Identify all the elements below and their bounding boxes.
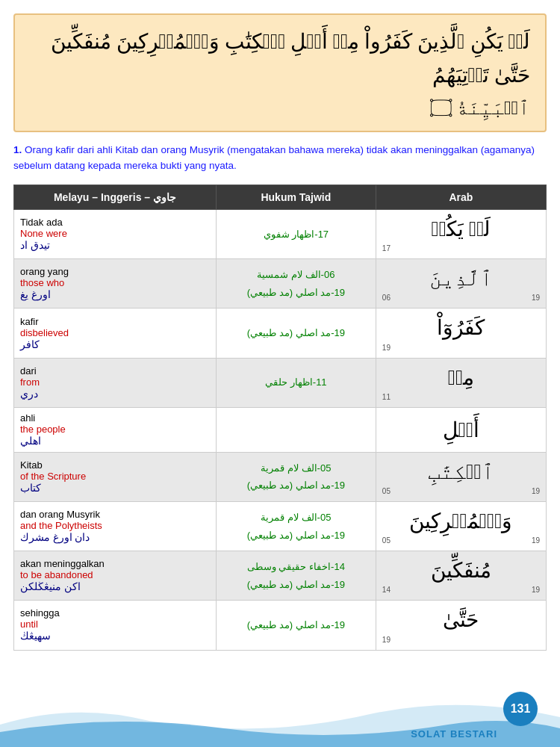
arab-num-top: 19 (532, 536, 540, 546)
word-malay: orang yang (20, 266, 69, 277)
cell-malay-5: Kitab of the Scripture كتاب (14, 452, 217, 501)
arabic-word: لَمۡ يَكُنۡ (382, 214, 540, 244)
word-english: those who (20, 277, 64, 288)
arabic-word: ٱلۡكِتَٰبِ (382, 457, 540, 486)
col-header-malay: Melayu – Inggeris – جاوي (14, 185, 217, 210)
cell-arab-7: مُنفَكِّينَ1419 (376, 551, 546, 601)
word-english: until (20, 619, 38, 630)
arab-num-top: 19 (382, 343, 391, 353)
cell-arab-5: ٱلۡكِتَٰبِ0519 (376, 452, 546, 501)
table-row: dan orang Musyrik and the Polytheists دا… (14, 501, 547, 551)
arab-num-top: 11 (382, 392, 391, 403)
arabic-word: حَتَّىٰ (382, 605, 540, 634)
cell-arab-1: ٱلَّذِينَ0619 (376, 259, 546, 309)
arab-num-bottom: 05 (382, 486, 391, 497)
arabic-word: مِنۡ (382, 363, 540, 392)
arabic-sub-text: ٱلۡبَيِّنَةُ ۝ (30, 93, 530, 124)
cell-arab-2: كَفَرُوٓاْ19 (376, 309, 546, 358)
arabic-header: لَمۡ يَكُنِ ٱلَّذِينَ كَفَرُواْ مِنۡ أَه… (13, 13, 547, 132)
word-english: None were (20, 228, 67, 239)
hukum-item: 05-الف لام قمرية (223, 459, 370, 477)
word-jawi: اكن منيڠڬلكن (20, 581, 81, 592)
word-malay: ahli (20, 412, 35, 424)
hukum-item: 19-مد اصلي (مد طبيعي) (223, 576, 370, 593)
cell-hukum-2: 19-مد اصلي (مد طبيعي) (216, 309, 376, 358)
hukum-item: 19-مد اصلي (مد طبيعي) (223, 324, 370, 341)
cell-hukum-8: 19-مد اصلي (مد طبيعي) (216, 601, 376, 650)
table-row: sehingga until سهيڠڬ 19-مد اصلي (مد طبيع… (14, 601, 547, 650)
cell-arab-6: وَٱلۡمُشۡرِكِينَ0519 (376, 501, 546, 551)
bottom-area: 131 SOLAT BESTARI (0, 687, 560, 747)
arabic-word: أَهۡلِ (382, 415, 540, 444)
table-row: Tidak ada None were تيدق اد 17-اظهار شفو… (14, 210, 547, 259)
arabic-word: مُنفَكِّينَ (382, 556, 540, 585)
arab-num-top: 19 (532, 585, 540, 595)
cell-hukum-1: 06-الف لام شمسية19-مد اصلي (مد طبيعي) (216, 259, 376, 309)
cell-malay-1: orang yang those who اورغ يغ (14, 259, 217, 309)
main-table: Melayu – Inggeris – جاوي Hukum Tajwid Ar… (13, 185, 547, 651)
cell-hukum-5: 05-الف لام قمرية19-مد اصلي (مد طبيعي) (216, 452, 376, 501)
col-header-arab: Arab (376, 185, 546, 210)
word-jawi: تيدق اد (20, 240, 50, 251)
hukum-item: 19-مد اصلي (مد طبيعي) (223, 527, 370, 544)
cell-malay-7: akan meninggalkan to be abandoned اكن من… (14, 551, 217, 601)
word-english: from (20, 376, 40, 388)
table-row: akan meninggalkan to be abandoned اكن من… (14, 551, 547, 601)
hukum-item: 11-اظهار حلقي (223, 374, 370, 391)
verse-number: 1. (13, 144, 22, 155)
cell-malay-0: Tidak ada None were تيدق اد (14, 210, 217, 259)
word-jawi: سهيڠڬ (20, 630, 51, 642)
arab-num-bottom: 05 (382, 536, 391, 546)
cell-hukum-7: 14-اخفاء حقيقي وسطى19-مد اصلي (مد طبيعي) (216, 551, 376, 601)
arabic-word: ٱلَّذِينَ (382, 264, 540, 293)
word-english: disbelieved (20, 327, 69, 338)
arab-num-bottom: 14 (382, 585, 391, 595)
cell-hukum-3: 11-اظهار حلقي (216, 358, 376, 407)
cell-arab-0: لَمۡ يَكُنۡ17 (376, 210, 546, 259)
arab-num-top: 19 (532, 486, 540, 497)
hukum-item: 19-مد اصلي (مد طبيعي) (223, 284, 370, 301)
cell-arab-4: أَهۡلِ (376, 407, 546, 452)
cell-malay-3: dari from دري (14, 358, 217, 407)
arabic-main-text: لَمۡ يَكُنِ ٱلَّذِينَ كَفَرُواْ مِنۡ أَه… (30, 25, 530, 93)
table-row: Kitab of the Scripture كتاب 05-الف لام ق… (14, 452, 547, 501)
word-malay: kafir (20, 316, 39, 327)
cell-hukum-6: 05-الف لام قمرية19-مد اصلي (مد طبيعي) (216, 501, 376, 551)
cell-arab-3: مِنۡ11 (376, 358, 546, 407)
table-row: dari from دري 11-اظهار حلقيمِنۡ11 (14, 358, 547, 407)
cell-malay-8: sehingga until سهيڠڬ (14, 601, 217, 650)
cell-hukum-4 (216, 407, 376, 452)
arabic-word: كَفَرُوٓاْ (382, 313, 540, 342)
cell-malay-2: kafir disbelieved كافر (14, 309, 217, 358)
verse-translation: Orang kafir dari ahli Kitab dan orang Mu… (13, 144, 535, 171)
word-english: and the Polytheists (20, 520, 102, 531)
table-row: kafir disbelieved كافر 19-مد اصلي (مد طب… (14, 309, 547, 358)
table-row: ahli the people اهلي أَهۡلِ (14, 407, 547, 452)
word-english: to be abandoned (20, 569, 93, 580)
word-jawi: اهلي (20, 436, 41, 447)
hukum-item: 19-مد اصلي (مد طبيعي) (223, 477, 370, 494)
word-malay: sehingga (20, 607, 60, 619)
col-header-hukum: Hukum Tajwid (216, 185, 376, 210)
hukum-item: 06-الف لام شمسية (223, 266, 370, 283)
hukum-item: 05-الف لام قمرية (223, 509, 370, 526)
word-jawi: اورغ يغ (20, 289, 51, 300)
page-number: 131 (503, 692, 538, 726)
word-malay: dari (20, 365, 37, 376)
hukum-item: 17-اظهار شفوي (223, 226, 370, 243)
hukum-item: 14-اخفاء حقيقي وسطى (223, 558, 370, 575)
arab-num-bottom: 06 (382, 293, 391, 303)
word-jawi: كتاب (20, 483, 41, 494)
hukum-item: 19-مد اصلي (مد طبيعي) (223, 616, 370, 633)
brand-text: SOLAT BESTARI (411, 728, 497, 740)
arabic-word: وَٱلۡمُشۡرِكِينَ (382, 506, 540, 536)
word-english: the people (20, 424, 66, 435)
word-jawi: دان اورغ مشرك (20, 532, 90, 543)
word-malay: dan orang Musyrik (20, 509, 100, 520)
arab-num-top: 19 (532, 293, 540, 303)
arab-num-top: 19 (382, 635, 391, 645)
word-malay: Kitab (20, 459, 43, 471)
translation-text: 1. Orang kafir dari ahli Kitab dan orang… (13, 140, 547, 177)
cell-malay-4: ahli the people اهلي (14, 407, 217, 452)
word-malay: akan meninggalkan (20, 558, 105, 569)
